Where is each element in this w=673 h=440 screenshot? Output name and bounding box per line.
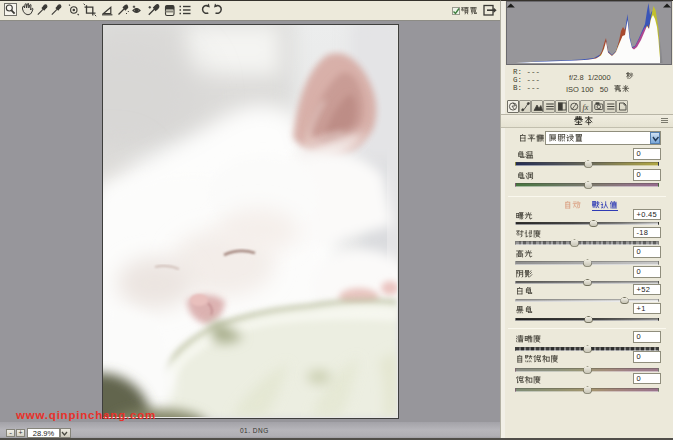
svg-text:fx: fx bbox=[583, 103, 589, 112]
